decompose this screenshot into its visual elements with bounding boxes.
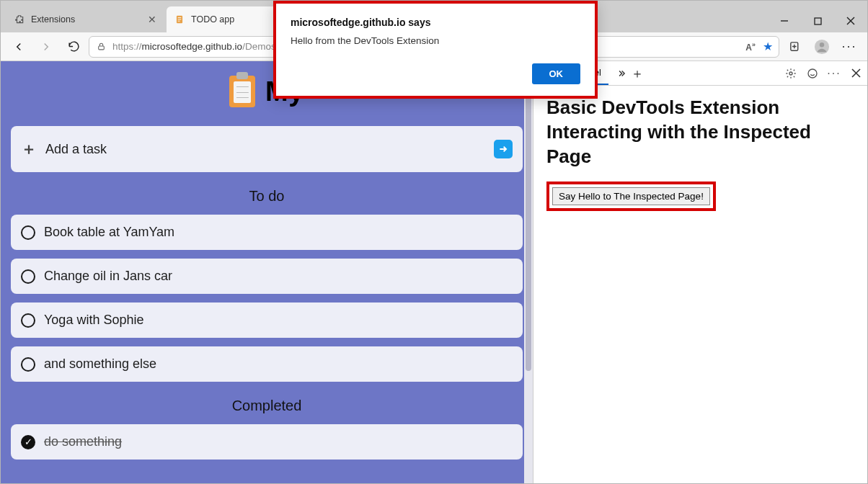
clipboard-icon: [229, 76, 255, 107]
tab-extensions[interactable]: Extensions ✕: [6, 6, 165, 32]
svg-point-13: [808, 69, 817, 78]
task-text: do something: [44, 434, 122, 449]
alert-ok-button[interactable]: OK: [532, 63, 581, 84]
close-panel-button[interactable]: [849, 66, 863, 81]
svg-rect-3: [178, 21, 180, 22]
forward-button[interactable]: [34, 35, 58, 58]
devtools-heading: Basic DevTools Extension Interacting wit…: [546, 96, 854, 169]
submit-arrow-icon[interactable]: [494, 140, 513, 158]
add-task-placeholder: Add a task: [45, 142, 107, 157]
radio-unchecked-icon[interactable]: [21, 357, 35, 372]
read-aloud-icon[interactable]: A»: [745, 41, 756, 53]
svg-rect-8: [98, 46, 104, 50]
task-text: Yoga with Sophie: [44, 313, 143, 328]
task-text: and something else: [44, 357, 156, 372]
refresh-button[interactable]: [61, 35, 86, 58]
profile-icon[interactable]: [810, 35, 834, 58]
list-item[interactable]: and something else: [11, 346, 523, 382]
task-text: Book table at YamYam: [44, 225, 174, 240]
alert-title: microsoftedge.github.io says: [291, 17, 580, 28]
more-tabs-icon[interactable]: [614, 66, 629, 81]
list-item[interactable]: Book table at YamYam: [11, 215, 523, 250]
list-item[interactable]: ✓ do something: [11, 424, 523, 460]
svg-point-11: [820, 42, 824, 47]
back-button[interactable]: [6, 35, 31, 58]
alert-message: Hello from the DevTools Extension: [291, 35, 580, 46]
radio-unchecked-icon[interactable]: [21, 225, 35, 240]
gear-icon[interactable]: [784, 66, 798, 81]
more-icon[interactable]: ···: [827, 66, 841, 81]
svg-point-12: [789, 72, 792, 75]
section-label-todo: To do: [11, 181, 523, 215]
devtools-pane: Sample Panel ＋ ···: [533, 61, 867, 483]
add-tab-button[interactable]: ＋: [630, 66, 645, 81]
radio-unchecked-icon[interactable]: [21, 269, 35, 284]
check-circle-icon[interactable]: ✓: [21, 435, 35, 449]
alert-dialog: microsoftedge.github.io says Hello from …: [273, 1, 598, 99]
lock-icon: [95, 41, 107, 53]
minimize-button[interactable]: [768, 9, 801, 32]
list-item[interactable]: Yoga with Sophie: [11, 302, 523, 338]
tab-title: Extensions: [31, 14, 141, 24]
window-controls: [768, 9, 867, 32]
page-icon: [174, 14, 185, 25]
task-text: Change oil in Jans car: [44, 269, 172, 284]
svg-rect-1: [178, 17, 182, 18]
svg-rect-5: [815, 18, 821, 24]
scrollbar-thumb[interactable]: [526, 61, 531, 371]
more-icon[interactable]: ···: [837, 35, 862, 58]
svg-rect-2: [178, 19, 182, 19]
browser-window: Extensions ✕ TODO app ✕ ＋: [0, 0, 868, 484]
radio-unchecked-icon[interactable]: [21, 313, 35, 328]
section-label-completed: Completed: [11, 390, 523, 424]
favorite-icon[interactable]: ★: [763, 40, 773, 53]
extensions-icon: [14, 14, 25, 25]
maximize-button[interactable]: [801, 9, 834, 32]
add-task-card[interactable]: ＋ Add a task: [11, 126, 523, 172]
close-icon[interactable]: ✕: [146, 14, 158, 25]
close-window-button[interactable]: [834, 9, 867, 32]
devtools-body: Basic DevTools Extension Interacting wit…: [533, 86, 867, 221]
feedback-icon[interactable]: [805, 66, 820, 81]
content-area: My ＋ Add a task To do Book table at YamY…: [1, 61, 867, 483]
plus-icon: ＋: [21, 138, 37, 160]
highlighted-button-wrap: Say Hello to The Inspected Page!: [546, 182, 716, 211]
scrollbar[interactable]: [524, 61, 533, 483]
collections-icon[interactable]: [782, 35, 807, 58]
list-item[interactable]: Change oil in Jans car: [11, 259, 523, 294]
page-pane: My ＋ Add a task To do Book table at YamY…: [1, 61, 533, 483]
say-hello-button[interactable]: Say Hello to The Inspected Page!: [552, 187, 710, 205]
